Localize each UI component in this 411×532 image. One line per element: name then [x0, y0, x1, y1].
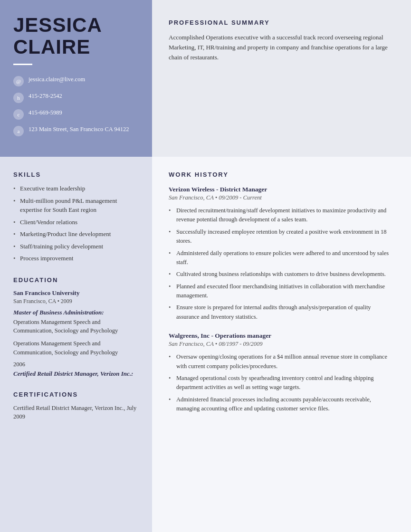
list-item: Ensure store is prepared for internal au…	[169, 303, 394, 322]
list-item: Client/Vendor relations	[13, 218, 139, 227]
list-item: Administered daily operations to ensure …	[169, 249, 394, 267]
address-icon: a	[13, 126, 24, 136]
top-section: JESSICA CLAIRE @ jessica.claire@live.com…	[0, 0, 411, 157]
edu-institution: San Francisco University	[13, 289, 139, 297]
contact-list: @ jessica.claire@live.com h 415-278-2542…	[13, 76, 139, 136]
list-item: Marketing/Product line development	[13, 229, 139, 239]
resume-container: JESSICA CLAIRE @ jessica.claire@live.com…	[0, 0, 411, 532]
bottom-section: SKILLS Executive team leadership Multi-m…	[0, 157, 411, 532]
home-phone-icon: h	[13, 93, 24, 103]
job-subtitle-verizon: San Francisco, CA • 09/2009 - Current	[169, 194, 394, 201]
education-section-title: EDUCATION	[13, 276, 139, 284]
contact-address: a 123 Main Street, San Francisco CA 9412…	[13, 125, 139, 136]
skills-section-title: SKILLS	[13, 171, 139, 178]
edu-details-2: Operations Management Speech and Communi…	[13, 339, 139, 357]
certifications-section: CERTIFICATIONS Certified Retail District…	[13, 391, 139, 422]
list-item: Cultivated strong business relationships…	[169, 270, 394, 279]
bottom-left-panel: SKILLS Executive team leadership Multi-m…	[0, 157, 152, 532]
name-divider	[13, 64, 32, 65]
list-item: Oversaw opening/closing operations for a…	[169, 352, 394, 371]
home-phone-text: 415-278-2542	[29, 92, 62, 101]
job-subtitle-walgreens: San Francisco, CA • 08/1997 - 09/2009	[169, 341, 394, 348]
top-right-panel: PROFESSIONAL SUMMARY Accomplished Operat…	[152, 0, 411, 157]
address-text: 123 Main Street, San Francisco CA 94122	[29, 125, 129, 134]
edu-details-1: Operations Management Speech and Communi…	[13, 318, 139, 336]
edu-location-year: San Francisco, CA • 2009	[13, 298, 139, 305]
job-title-walgreens: Walgreens, Inc - Operations manager	[169, 332, 394, 340]
list-item: Planned and executed floor merchandising…	[169, 282, 394, 301]
candidate-name: JESSICA CLAIRE	[13, 14, 139, 58]
job-bullets-walgreens: Oversaw opening/closing operations for a…	[169, 352, 394, 413]
list-item: Process improvement	[13, 254, 139, 263]
contact-home-phone: h 415-278-2542	[13, 92, 139, 103]
cell-phone-icon: c	[13, 109, 24, 120]
edu-degree: Master of Business Administration:	[13, 309, 139, 316]
list-item: Directed recruitment/training/staff deve…	[169, 206, 394, 225]
list-item: Managed operational costs by spearheadin…	[169, 374, 394, 392]
summary-text: Accomplished Operations executive with a…	[169, 33, 394, 62]
work-history-section-title: WORK HISTORY	[169, 171, 394, 178]
edu-cert: Certified Retail District Manager, Veriz…	[13, 370, 139, 378]
email-icon: @	[13, 76, 24, 86]
cell-phone-text: 415-669-5989	[29, 109, 62, 117]
email-text: jessica.claire@live.com	[29, 76, 85, 84]
edu-year: 2006	[13, 361, 139, 368]
top-left-panel: JESSICA CLAIRE @ jessica.claire@live.com…	[0, 0, 152, 157]
job-block-walgreens: Walgreens, Inc - Operations manager San …	[169, 332, 394, 413]
list-item: Administered financial processes includi…	[169, 395, 394, 414]
job-block-verizon: Verizon Wireless - District Manager San …	[169, 186, 394, 322]
contact-cell-phone: c 415-669-5989	[13, 109, 139, 120]
job-title-verizon: Verizon Wireless - District Manager	[169, 186, 394, 193]
list-item: Multi-million pound P&L management exper…	[13, 196, 139, 215]
skills-list: Executive team leadership Multi-million …	[13, 184, 139, 263]
job-bullets-verizon: Directed recruitment/training/staff deve…	[169, 206, 394, 322]
education-section: EDUCATION San Francisco University San F…	[13, 276, 139, 378]
list-item: Successfully increased employee retentio…	[169, 228, 394, 246]
list-item: Executive team leadership	[13, 184, 139, 193]
contact-email: @ jessica.claire@live.com	[13, 76, 139, 86]
summary-section-title: PROFESSIONAL SUMMARY	[169, 19, 394, 26]
list-item: Staff/training policy development	[13, 242, 139, 251]
bottom-right-panel: WORK HISTORY Verizon Wireless - District…	[152, 157, 411, 532]
certifications-section-title: CERTIFICATIONS	[13, 391, 139, 398]
cert-text: Certified Retail District Manager, Veriz…	[13, 404, 139, 422]
